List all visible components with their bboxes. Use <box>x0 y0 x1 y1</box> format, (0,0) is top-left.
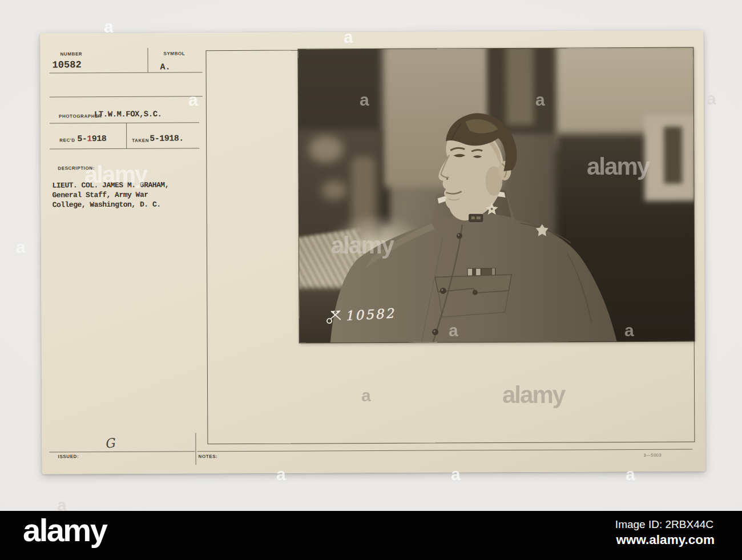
divider-issued-notes <box>195 433 196 465</box>
photographer-value: LT.W.M.FOX,S.C. <box>94 110 162 119</box>
photo-card: NUMBER 10582 SYMBOL A. PHOTOGRAPHER LT.W… <box>40 30 705 474</box>
alamy-footer-bar: alamy Image ID: 2RBX44C www.alamy.com <box>0 511 742 560</box>
number-value: 10582 <box>53 59 82 70</box>
recd-value-pre: 5- <box>77 134 87 144</box>
rule-blank-row <box>50 96 203 97</box>
rule-above-issued <box>50 451 195 452</box>
recd-value-red-digit: 1 <box>87 134 92 144</box>
rule-under-dates <box>50 148 199 149</box>
rule-under-number <box>50 72 203 73</box>
alamy-watermark: a <box>707 89 716 108</box>
description-line-3: College, Washington, D. C. <box>53 200 161 210</box>
description-label: DESCRIPTION: <box>58 166 95 171</box>
alamy-url: www.alamy.com <box>616 533 715 547</box>
photo-negative-number-text: 10582 <box>345 306 396 324</box>
recd-label: REC'D <box>59 138 75 143</box>
stock-photo-page: NUMBER 10582 SYMBOL A. PHOTOGRAPHER LT.W… <box>0 0 742 560</box>
issued-handwritten-mark: G <box>104 436 115 451</box>
recd-value: 5-1918 <box>77 134 106 144</box>
taken-label: TAKEN <box>132 138 149 143</box>
portrait-photograph: 10582 <box>298 48 694 343</box>
issued-label: ISSUED: <box>58 454 79 459</box>
alamy-logo: alamy <box>23 511 106 549</box>
officer-portrait <box>298 48 694 343</box>
image-id: Image ID: 2RBX44C <box>615 518 713 531</box>
divider-recd-taken <box>126 123 127 148</box>
symbol-label: SYMBOL <box>163 51 185 56</box>
rule-above-notes <box>197 449 693 452</box>
number-label: NUMBER <box>60 51 82 57</box>
divider-number-symbol <box>147 48 148 72</box>
symbol-value: A. <box>160 63 171 72</box>
signal-corps-crossed-flags-icon <box>325 308 344 325</box>
recd-value-post: 918 <box>92 134 107 144</box>
description-line-2: General Staff, Army War <box>53 190 148 200</box>
description-line-1: LIEUT. COL. JAMES M. GRAHAM, <box>52 180 169 191</box>
rule-under-photographer <box>50 122 199 123</box>
alamy-watermark: a <box>16 237 26 257</box>
taken-value: 5-1918. <box>150 134 184 143</box>
form-code: 3—5003 <box>644 453 662 458</box>
notes-label: NOTES: <box>199 454 218 459</box>
